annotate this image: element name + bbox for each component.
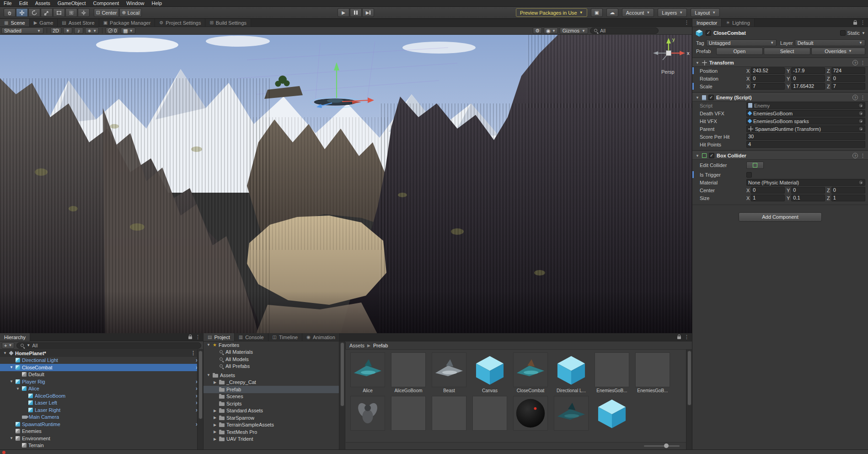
position-x-field[interactable]: 243.52: [751, 67, 785, 74]
center-x-field[interactable]: 0: [751, 187, 785, 194]
hierarchy-item-spawnatruntime[interactable]: SpawnatRuntime ›: [0, 421, 203, 428]
scrollbar-thumb[interactable]: [340, 342, 344, 406]
size-x-field[interactable]: 1: [751, 195, 785, 201]
folder-prefab[interactable]: Prefab: [204, 386, 345, 393]
menu-file[interactable]: File: [0, 0, 16, 6]
favorites-root[interactable]: ▼ ★ Favorites: [204, 341, 345, 349]
tab-build-settings[interactable]: ⊞Build Settings: [205, 19, 251, 27]
prefab-open-button[interactable]: Open: [716, 48, 763, 55]
object-picker-icon[interactable]: [858, 119, 863, 124]
slider-knob[interactable]: [664, 443, 669, 448]
scene-camera-button[interactable]: ◉▼: [544, 27, 558, 34]
asset-enemiesgoboom[interactable]: EnemiesGoB...: [595, 352, 629, 393]
death-vfx-object-field[interactable]: EnemiesGoBoom: [746, 110, 865, 117]
tab-asset-store[interactable]: ▤Asset Store: [58, 19, 99, 27]
component-enabled-checkbox[interactable]: [708, 95, 714, 100]
asset-enemiesgoboom-sparks[interactable]: EnemiesGoB...: [635, 352, 670, 393]
center-y-field[interactable]: 0: [791, 187, 825, 194]
scene-visibility-toggle[interactable]: 0: [106, 27, 119, 34]
foldout-arrow-icon[interactable]: ▼: [695, 96, 700, 100]
menu-component[interactable]: Component: [89, 0, 123, 6]
axis-y-label[interactable]: y: [672, 37, 675, 42]
hierarchy-item-terrain[interactable]: Terrain: [0, 442, 203, 449]
tab-timeline[interactable]: ◫Timeline: [268, 333, 303, 341]
account-dropdown[interactable]: Account ▼: [622, 8, 654, 17]
scrollbar-thumb[interactable]: [687, 351, 691, 405]
edit-collider-button[interactable]: [746, 162, 764, 169]
hand-tool-button[interactable]: [4, 8, 16, 17]
scale-y-field[interactable]: 17.65432: [791, 83, 825, 90]
rotate-tool-button[interactable]: [28, 8, 40, 17]
layer-dropdown[interactable]: Default ▼: [795, 39, 865, 46]
prefab-select-button[interactable]: Select: [764, 48, 810, 55]
lock-icon[interactable]: [853, 22, 857, 25]
position-y-field[interactable]: -17.9: [791, 67, 825, 74]
grid-visibility-dropdown[interactable]: ▦▼: [121, 27, 135, 34]
component-enabled-checkbox[interactable]: [709, 153, 714, 158]
help-icon[interactable]: ?: [852, 95, 858, 100]
scene-header-row[interactable]: ▼ HomePlanet* ⋮: [0, 350, 203, 357]
move-tool-button[interactable]: [16, 8, 28, 17]
hierarchy-item-player-rig[interactable]: ▼ Player Rig ›: [0, 378, 203, 385]
scene-audio-toggle[interactable]: ♪: [74, 27, 83, 34]
asset-grid-scrollbar[interactable]: [686, 350, 692, 449]
scene-menu-icon[interactable]: ⋮: [191, 350, 196, 356]
expand-arrow-icon[interactable]: ▼: [206, 373, 211, 377]
scale-z-field[interactable]: 7: [831, 83, 865, 90]
hit-points-field[interactable]: 4: [746, 141, 865, 148]
center-z-field[interactable]: 0: [831, 187, 865, 194]
hierarchy-item-environment[interactable]: ▼ Environment: [0, 435, 203, 442]
folder-scenes[interactable]: Scenes: [204, 393, 345, 400]
parent-object-field[interactable]: SpawnatRuntime (Transform): [746, 125, 865, 132]
transform-tool-button[interactable]: [65, 8, 77, 17]
box-collider-header[interactable]: ▼ Box Collider ? ⋮: [692, 151, 868, 160]
panel-menu-icon[interactable]: ⋮: [684, 334, 689, 340]
tab-lighting[interactable]: ☀Lighting: [722, 19, 755, 27]
hierarchy-item-main-camera[interactable]: Main Camera: [0, 414, 203, 421]
menu-gameobject[interactable]: GameObject: [54, 0, 90, 6]
favorite-all-models[interactable]: All Models: [204, 356, 345, 363]
lock-icon[interactable]: [188, 336, 192, 339]
enemy-script-header[interactable]: ▼ Enemy (Script) ? ⋮: [692, 93, 868, 102]
projection-label[interactable]: Persp: [661, 69, 675, 75]
scene-effects-dropdown[interactable]: ∗▼: [85, 27, 99, 34]
folder-tree-scrollbar[interactable]: [339, 341, 345, 449]
create-object-button[interactable]: +▼: [2, 342, 14, 349]
console-error-icon[interactable]: [2, 451, 5, 454]
asset-beast[interactable]: Beast: [432, 352, 466, 393]
expand-arrow-icon[interactable]: ▶: [213, 437, 217, 441]
script-object-field[interactable]: Enemy: [746, 102, 865, 109]
folder-standard-assets[interactable]: ▶ Standard Assets: [204, 407, 345, 415]
hierarchy-scrollbar[interactable]: [197, 350, 203, 449]
scene-viewport[interactable]: y x Persp: [0, 35, 692, 334]
tab-project-settings[interactable]: ⚙Project Settings: [155, 19, 205, 27]
object-picker-icon[interactable]: [858, 103, 863, 108]
play-button[interactable]: ▶: [338, 8, 349, 17]
help-icon[interactable]: ?: [852, 153, 858, 158]
static-checkbox[interactable]: [840, 30, 846, 36]
hierarchy-item-alicegoboom[interactable]: AliceGoBoom ›: [0, 392, 203, 400]
size-z-field[interactable]: 1: [831, 195, 865, 201]
favorite-all-prefabs[interactable]: All Prefabs: [204, 363, 345, 370]
asset-closecombat[interactable]: CloseCombat: [513, 352, 548, 393]
component-menu-icon[interactable]: ⋮: [860, 60, 865, 66]
thumbnail-size-slider[interactable]: [644, 445, 680, 447]
expand-arrow-icon[interactable]: ▶: [213, 423, 217, 427]
asset-alice[interactable]: Alice: [350, 352, 385, 393]
asset-alicegoboom[interactable]: AliceGoBoom: [391, 352, 426, 393]
tab-console[interactable]: ▥Console: [235, 333, 268, 341]
object-picker-icon[interactable]: [858, 180, 863, 185]
tab-hierarchy[interactable]: Hierarchy: [0, 333, 30, 341]
axis-x-label[interactable]: x: [687, 50, 690, 56]
gizmos-dropdown[interactable]: Gizmos ▼: [560, 27, 588, 34]
hierarchy-item-default[interactable]: Default: [0, 371, 203, 378]
expand-arrow-icon[interactable]: ▼: [3, 351, 7, 355]
scrollbar-thumb[interactable]: [198, 351, 203, 419]
menu-window[interactable]: Window: [123, 0, 148, 6]
scene-tools-button[interactable]: ⚙: [533, 27, 542, 34]
help-icon[interactable]: ?: [852, 60, 858, 65]
folder-uav-trident[interactable]: ▶ UAV Trident: [204, 436, 345, 443]
tab-scene[interactable]: ▦Scene: [0, 19, 30, 27]
pivot-mode-button[interactable]: ⊡ Center: [94, 8, 119, 17]
custom-tool-button[interactable]: [78, 8, 90, 17]
